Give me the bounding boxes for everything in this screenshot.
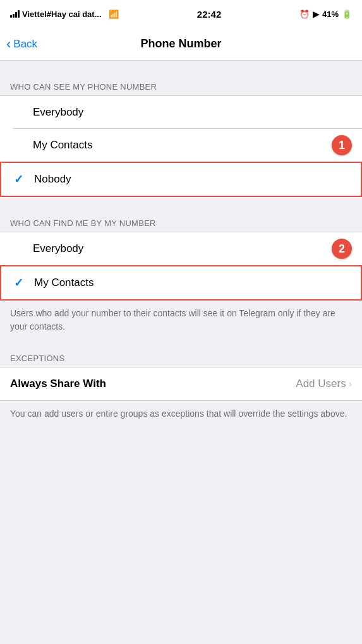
- label-everybody-2: Everybody: [33, 242, 83, 255]
- label-everybody-1: Everybody: [33, 106, 83, 119]
- checkmark-my-contacts-2: ✓: [14, 276, 29, 290]
- add-users-label: Add Users: [296, 378, 346, 390]
- wifi-icon: 📶: [109, 9, 119, 19]
- label-my-contacts-1: My Contacts: [33, 139, 92, 152]
- status-right: ⏰ ▶ 41% 🔋: [299, 9, 352, 19]
- battery-icon: 🔋: [342, 9, 352, 19]
- alarm-icon: ⏰: [299, 9, 310, 19]
- exceptions-description: You can add users or entire groups as ex…: [0, 401, 362, 432]
- chevron-right-icon: ›: [349, 378, 352, 390]
- who-can-see-options: ✓ Everybody ✓ My Contacts 1: [0, 95, 362, 162]
- option-my-contacts-1[interactable]: ✓ My Contacts 1: [0, 129, 362, 162]
- spacer-1: [0, 61, 362, 73]
- checkmark-nobody: ✓: [14, 172, 29, 186]
- option-everybody-2[interactable]: ✓ Everybody 2: [0, 232, 362, 265]
- find-description: Users who add your number to their conta…: [0, 301, 362, 345]
- section-header-who-can-find: WHO CAN FIND ME BY MY NUMBER: [0, 210, 362, 232]
- section-header-exceptions: EXCEPTIONS: [0, 345, 362, 367]
- carrier-text: Viettel#Hay cai dat...: [22, 9, 102, 19]
- signal-bars: [10, 10, 20, 18]
- option-my-contacts-2[interactable]: ✓ My Contacts: [1, 266, 361, 299]
- battery-text: 41%: [322, 9, 339, 19]
- section-header-who-can-see: WHO CAN SEE MY PHONE NUMBER: [0, 73, 362, 95]
- status-bar: Viettel#Hay cai dat... 📶 22:42 ⏰ ▶ 41% 🔋: [0, 0, 362, 28]
- always-share-label: Always Share With: [10, 378, 106, 390]
- label-my-contacts-2: My Contacts: [34, 277, 94, 289]
- exceptions-group: Always Share With Add Users ›: [0, 367, 362, 401]
- nav-bar: ‹ Back Phone Number: [0, 28, 362, 61]
- label-nobody: Nobody: [34, 173, 71, 186]
- option-everybody-1[interactable]: ✓ Everybody: [0, 96, 362, 129]
- back-chevron-icon: ‹: [6, 37, 11, 51]
- badge-2: 2: [332, 239, 352, 259]
- who-can-see-group: ✓ Everybody ✓ My Contacts 1 ✓ Nobody: [0, 95, 362, 197]
- who-can-find-options: ✓ Everybody 2: [0, 232, 362, 265]
- page-title: Phone Number: [140, 37, 221, 51]
- spacer-2: [0, 197, 362, 210]
- status-time: 22:42: [197, 9, 221, 20]
- add-users-right: Add Users ›: [296, 378, 352, 390]
- my-contacts-selected-wrapper: ✓ My Contacts: [0, 265, 362, 301]
- option-nobody[interactable]: ✓ Nobody: [1, 163, 361, 196]
- who-can-find-group: ✓ Everybody 2 ✓ My Contacts: [0, 232, 362, 301]
- bluetooth-icon: ▶: [313, 9, 319, 19]
- always-share-with-row[interactable]: Always Share With Add Users ›: [0, 367, 362, 400]
- back-label: Back: [13, 38, 37, 51]
- status-left: Viettel#Hay cai dat... 📶: [10, 9, 119, 19]
- back-button[interactable]: ‹ Back: [6, 37, 37, 51]
- nobody-selected-wrapper: ✓ Nobody: [0, 162, 362, 197]
- badge-1: 1: [332, 135, 352, 155]
